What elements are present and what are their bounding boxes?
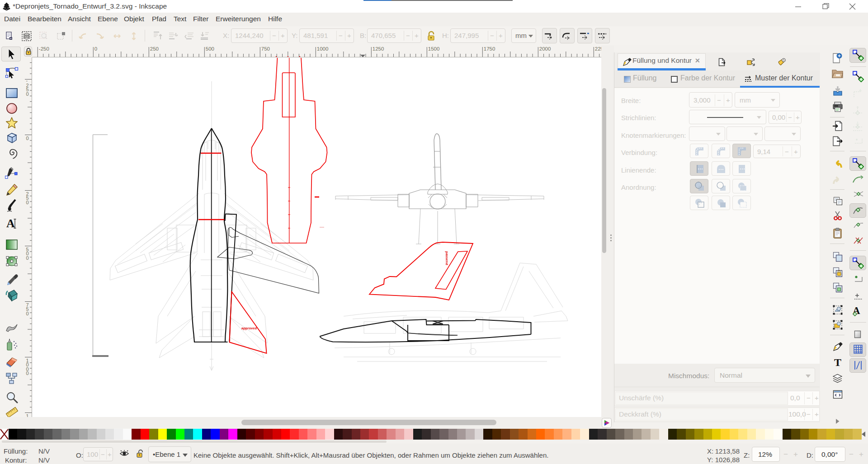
svg-text:1500: 1500: [428, 46, 440, 52]
svg-text:500: 500: [206, 46, 214, 52]
svg-text:A: A: [6, 217, 15, 230]
svg-text:0: 0: [26, 311, 29, 316]
svg-text:1250: 1250: [373, 46, 384, 52]
svg-text:0: 0: [26, 91, 29, 97]
svg-text:0: 0: [26, 370, 29, 376]
svg-text:1: 1: [26, 413, 29, 417]
svg-text:1000: 1000: [317, 46, 329, 52]
svg-text:0: 0: [26, 136, 29, 141]
svg-text:2250: 2250: [595, 46, 601, 52]
svg-text:750: 750: [261, 46, 270, 52]
svg-text:approved: approved: [241, 326, 257, 330]
svg-text:1750: 1750: [484, 46, 495, 52]
svg-text:passend: passend: [445, 251, 449, 265]
svg-text:-250: -250: [39, 46, 49, 52]
svg-text:0: 0: [94, 46, 97, 52]
svg-text:2000: 2000: [539, 46, 551, 52]
svg-text:0: 0: [26, 200, 29, 205]
svg-text:250: 250: [150, 46, 159, 52]
svg-text:0: 0: [26, 255, 29, 261]
